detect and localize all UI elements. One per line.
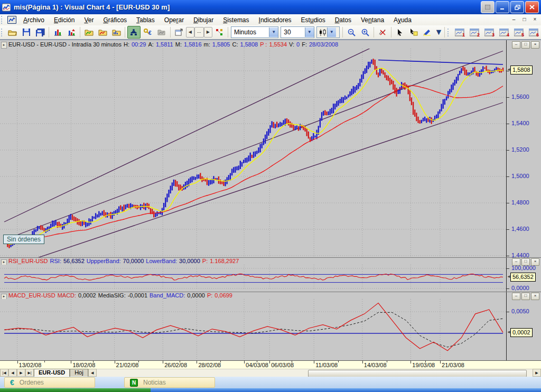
macd-signal-line [4, 312, 503, 347]
menu-item-tablas[interactable]: Tablas [132, 15, 160, 25]
template-5-button[interactable]: 5 [512, 26, 526, 39]
child-restore-button[interactable]: □ [520, 16, 529, 24]
new-chart-folder-icon[interactable] [82, 26, 95, 39]
tab-next-button[interactable]: ▶ [17, 369, 25, 377]
panel-close-button[interactable]: × [531, 41, 539, 49]
chart-folder-red-icon[interactable] [96, 26, 109, 39]
cursor-icon[interactable] [394, 26, 406, 39]
restore-button[interactable] [510, 1, 524, 13]
taskbar-green-segment [0, 388, 151, 392]
properties-icon[interactable] [173, 26, 185, 39]
header-field: m: [204, 41, 210, 48]
macd-axis[interactable]: 0,0050◄0,0002 [506, 292, 541, 361]
date-label: 13/02/08 [19, 362, 42, 368]
price-tick [507, 176, 509, 177]
tab-scroll-left-button[interactable]: ◀ [88, 369, 97, 377]
chevron-down-icon[interactable]: ▼ [434, 27, 443, 37]
date-minor-tick [292, 361, 292, 362]
rsi-plot[interactable] [0, 265, 506, 290]
chevron-down-icon[interactable]: ▼ [305, 27, 314, 37]
news-button[interactable]: N Noticias [124, 377, 215, 388]
tab-first-button[interactable]: |◀ [0, 369, 8, 377]
orders-button[interactable]: € Ordenes [4, 377, 95, 388]
cursor-note-icon[interactable] [407, 26, 420, 39]
taskbar-blue-segment [151, 388, 541, 392]
panel-close-button[interactable]: × [531, 293, 539, 300]
panel-restore-button[interactable]: □ [521, 41, 530, 49]
menu-item-gráficos[interactable]: Gráficos [98, 15, 132, 25]
template-3-button[interactable]: 3 [482, 26, 496, 39]
menu-item-ayuda[interactable]: Ayuda [389, 15, 416, 25]
panel-close-button[interactable]: × [531, 258, 539, 266]
chart-folder-blue-icon[interactable] [110, 26, 123, 39]
menu-item-dibujar[interactable]: Dibujar [189, 15, 218, 25]
date-axis[interactable]: 13/02/0818/02/0821/02/0826/02/0828/02/08… [0, 360, 541, 369]
title-bar[interactable]: mis(Página 1) : Visual Chart 4 - [EUR-US… [0, 0, 541, 14]
panel-minimize-button[interactable]: – [512, 293, 520, 300]
menu-item-ventana[interactable]: Ventana [356, 15, 389, 25]
header-field: Band_MACD: [150, 292, 185, 298]
menu-item-ver[interactable]: Ver [79, 15, 98, 25]
highlighter-icon[interactable] [421, 26, 434, 39]
menu-item-estudios[interactable]: Estudios [296, 15, 330, 25]
date-label: 28/02/08 [198, 362, 221, 368]
scrollbar-thumb[interactable] [308, 370, 527, 377]
template-2-button[interactable]: 2 [468, 26, 481, 39]
minimize-button[interactable] [496, 1, 509, 13]
tab-eur-usd[interactable]: EUR-USD [34, 369, 70, 377]
panel-minimize-button[interactable]: – [512, 41, 520, 49]
save-all-icon[interactable] [34, 26, 46, 39]
scroll-right-button[interactable]: ▶ [533, 369, 541, 377]
template-number: 1 [462, 32, 465, 38]
key-euro-icon[interactable]: € [142, 26, 154, 39]
chart-area: ▸ EUR-USD - EUR-USD - Intradía 30 minuto… [0, 40, 541, 369]
menu-item-indicadores[interactable]: Indicadores [254, 15, 296, 25]
panel-restore-button[interactable]: □ [521, 258, 530, 266]
nodes-icon[interactable] [213, 26, 226, 39]
chart-type-combo[interactable]: ▼ [316, 26, 340, 38]
template-1-button[interactable]: 1 [453, 26, 467, 39]
interval-value-combo[interactable]: 30▼ [281, 26, 314, 38]
menu-item-datos[interactable]: Datos [330, 15, 356, 25]
tab-hoj[interactable]: Hoj [70, 369, 88, 377]
close-button[interactable] [525, 1, 539, 13]
menu-item-archivo[interactable]: Archivo [18, 15, 49, 25]
tab-last-button[interactable]: ▶| [25, 369, 34, 377]
child-minimize-button[interactable]: – [509, 16, 518, 24]
chart-bars-down-icon[interactable] [65, 26, 78, 39]
menu-grip[interactable] [1, 16, 5, 24]
interval-type-combo[interactable]: Minutos▼ [231, 26, 278, 38]
menu-item-operar[interactable]: Operar [160, 15, 189, 25]
panel-restore-button[interactable]: □ [521, 293, 530, 300]
zoom-out-icon[interactable] [345, 26, 358, 39]
network-users-icon[interactable] [127, 26, 140, 39]
save-icon[interactable] [20, 26, 33, 39]
macd-plot[interactable] [0, 299, 506, 361]
template-4-button[interactable]: 4 [497, 26, 511, 39]
toolbar-grip-2[interactable] [447, 29, 451, 36]
ellipsis-icon[interactable]: ... [194, 27, 203, 38]
date-tick [115, 361, 115, 363]
tab-prev-button[interactable]: ◀ [8, 369, 17, 377]
next-icon[interactable]: ▶ [204, 27, 212, 38]
child-close-button[interactable]: × [530, 16, 539, 24]
chevron-down-icon[interactable]: ▼ [327, 27, 336, 37]
chart-bars-icon[interactable] [51, 26, 64, 39]
date-label: 18/02/08 [72, 362, 95, 368]
chart-gray-icon[interactable] [155, 26, 168, 39]
menu-item-sistemas[interactable]: Sistemas [218, 15, 254, 25]
menu-item-edición[interactable]: Edición [49, 15, 79, 25]
chart-cross-icon[interactable] [376, 26, 389, 39]
panel-grip-icon[interactable]: ▸ [1, 42, 7, 49]
prev-icon[interactable]: ◀ [186, 27, 194, 38]
toolbar-grip[interactable] [1, 29, 5, 36]
horizontal-scrollbar[interactable] [97, 369, 533, 377]
panel-minimize-button[interactable]: – [512, 258, 520, 266]
template-6-button[interactable]: 6 [527, 26, 540, 39]
price-axis[interactable]: 1,58001,56001,54001,52001,50001,48001,46… [506, 40, 541, 257]
zoom-in-icon[interactable] [359, 26, 371, 39]
shade-button[interactable] [481, 1, 495, 13]
open-folder-icon[interactable] [6, 26, 19, 39]
price-plot[interactable] [0, 49, 506, 257]
chevron-down-icon[interactable]: ▼ [269, 27, 278, 37]
